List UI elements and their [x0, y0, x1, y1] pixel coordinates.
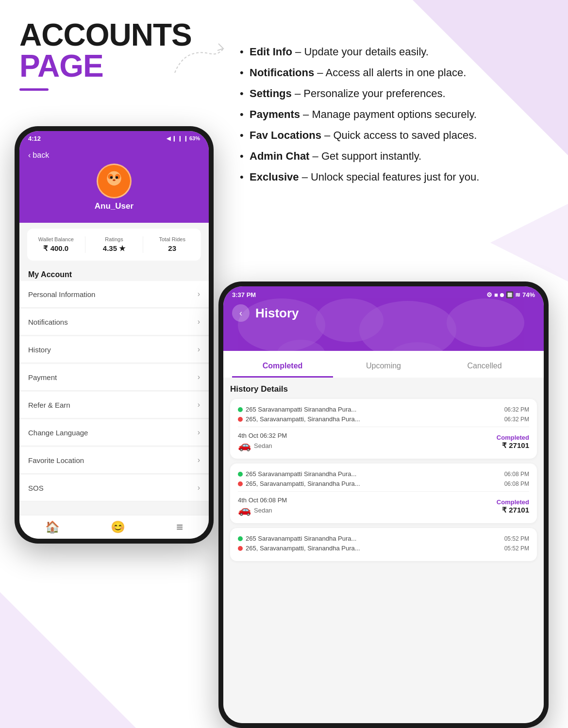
- ride-footer-2: 4th Oct 06:08 PM 🚗 Sedan Completed ₹ 271…: [238, 496, 529, 516]
- svg-point-7: [113, 179, 116, 181]
- to-dot-3: [238, 546, 243, 551]
- features-list: Edit Info – Update your details easily. …: [238, 44, 549, 190]
- bg-decoration-bottom: [0, 592, 136, 728]
- stats-card: Wallet Balance ₹ 400.0 Ratings 4.35 ★ To…: [27, 229, 201, 261]
- car-icon-1: 🚗: [238, 439, 251, 452]
- phone-purple-header: ‹ back Anu_User: [19, 146, 209, 223]
- my-account-label: My Account: [19, 266, 209, 281]
- feature-payments: Payments – Manage payment options secure…: [238, 106, 549, 122]
- phone-screen-accounts: 4:12 ◀ ❙ ❙ ❙ 63% ‹ back: [19, 131, 209, 539]
- svg-point-6: [116, 176, 118, 179]
- phone-mockup-accounts: 4:12 ◀ ❙ ❙ ❙ 63% ‹ back: [15, 126, 214, 544]
- ride-footer-1: 4th Oct 06:32 PM 🚗 Sedan Completed ₹ 271…: [238, 432, 529, 452]
- menu-sos[interactable]: SOS ›: [19, 475, 209, 501]
- status-icons-1: ◀ ❙ ❙ ❙ 63%: [167, 135, 200, 142]
- tab-cancelled[interactable]: Cancelled: [434, 356, 535, 378]
- car-icon-2: 🚗: [238, 504, 251, 516]
- history-status-icons: ⚙ ■ 🔲 ≋ 74%: [486, 291, 535, 298]
- phone-screen-history: 3:37 PM ⚙ ■ 🔲 ≋ 74% ‹ History Completed …: [223, 286, 544, 723]
- ride-status-1: Completed ₹ 27101: [497, 434, 529, 450]
- feature-fav-locations: Fav Locations – Quick access to saved pl…: [238, 127, 549, 143]
- ride-card-1[interactable]: 265 Saravanampatti Siranandha Pura... 06…: [230, 399, 537, 459]
- feature-exclusive: Exclusive – Unlock special features just…: [238, 169, 549, 185]
- from-dot-3: [238, 536, 243, 541]
- svg-point-5: [110, 176, 113, 179]
- ride-route-to-2: 265, Saravanampatti, Siranandha Pura... …: [238, 480, 529, 487]
- tab-completed[interactable]: Completed: [232, 356, 333, 378]
- user-name: Anu_User: [95, 201, 134, 211]
- nav-home-icon[interactable]: 🏠: [45, 520, 60, 534]
- stat-rides: Total Rides 23: [143, 236, 201, 253]
- bottom-nav: 🏠 😊 ≡: [19, 515, 209, 539]
- back-button-1[interactable]: ‹ back: [28, 151, 49, 160]
- tab-upcoming[interactable]: Upcoming: [333, 356, 434, 378]
- history-title-row: ‹ History: [232, 304, 535, 322]
- from-dot-2: [238, 472, 243, 477]
- ride-status-2: Completed ₹ 27101: [497, 498, 529, 514]
- from-dot-1: [238, 407, 243, 412]
- status-time-1: 4:12: [28, 135, 41, 142]
- doodle-decoration: [170, 39, 228, 78]
- to-dot-1: [238, 417, 243, 422]
- history-tabs: Completed Upcoming Cancelled: [223, 351, 544, 378]
- ride-route-to-1: 265, Saravanampatti, Siranandha Pura... …: [238, 415, 529, 423]
- menu-refer-earn[interactable]: Refer & Earn ›: [19, 392, 209, 418]
- menu-payment[interactable]: Payment ›: [19, 364, 209, 391]
- history-status-bar: 3:37 PM ⚙ ■ 🔲 ≋ 74%: [232, 291, 535, 298]
- nav-face-icon[interactable]: 😊: [111, 520, 125, 534]
- stat-wallet: Wallet Balance ₹ 400.0: [27, 236, 85, 253]
- menu-notifications[interactable]: Notifications ›: [19, 309, 209, 335]
- menu-favorite-location[interactable]: Favorite Location ›: [19, 447, 209, 474]
- ride-route-from-1: 265 Saravanampatti Siranandha Pura... 06…: [238, 406, 529, 413]
- ride-card-3[interactable]: 265 Saravanampatti Siranandha Pura... 05…: [230, 528, 537, 561]
- history-header: 3:37 PM ⚙ ■ 🔲 ≋ 74% ‹ History: [223, 286, 544, 351]
- nav-menu-icon[interactable]: ≡: [176, 520, 183, 534]
- ride-route-from-2: 265 Saravanampatti Siranandha Pura... 06…: [238, 470, 529, 478]
- title-underline: [19, 88, 49, 91]
- history-back-button[interactable]: ‹: [232, 304, 250, 322]
- menu-language[interactable]: Change Language ›: [19, 419, 209, 446]
- feature-settings: Settings – Personalize your preferences.: [238, 85, 549, 101]
- divider-1: [238, 427, 529, 427]
- menu-history[interactable]: History ›: [19, 336, 209, 363]
- feature-admin-chat: Admin Chat – Get support instantly.: [238, 148, 549, 164]
- ride-route-to-3: 265, Saravanampatti, Siranandha Pura... …: [238, 545, 529, 552]
- history-content: History Details 265 Saravanampatti Siran…: [223, 378, 544, 723]
- history-details-label: History Details: [230, 384, 537, 394]
- menu-personal-info[interactable]: Personal Information ›: [19, 281, 209, 308]
- ride-card-2[interactable]: 265 Saravanampatti Siranandha Pura... 06…: [230, 463, 537, 523]
- ride-route-from-3: 265 Saravanampatti Siranandha Pura... 05…: [238, 535, 529, 542]
- bg-decoration-mid: [490, 194, 568, 291]
- divider-2: [238, 491, 529, 492]
- stat-ratings: Ratings 4.35 ★: [85, 236, 144, 253]
- history-title: History: [255, 306, 299, 321]
- to-dot-2: [238, 481, 243, 486]
- history-time: 3:37 PM: [232, 291, 256, 298]
- status-bar-1: 4:12 ◀ ❙ ❙ ❙ 63%: [19, 131, 209, 146]
- phone-mockup-history: 3:37 PM ⚙ ■ 🔲 ≋ 74% ‹ History Completed …: [218, 281, 549, 728]
- user-avatar: [97, 164, 132, 199]
- feature-notifications: Notifications – Access all alerts in one…: [238, 65, 549, 81]
- feature-edit-info: Edit Info – Update your details easily.: [238, 44, 549, 60]
